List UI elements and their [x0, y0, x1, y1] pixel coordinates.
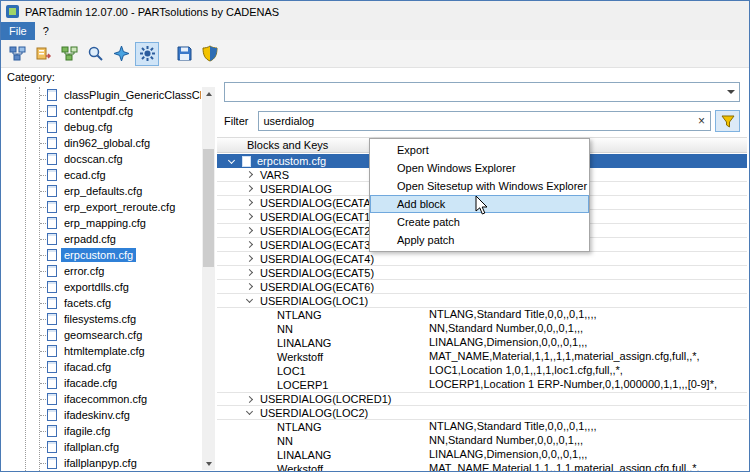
category-item[interactable]: filesystems.cfg: [1, 311, 201, 327]
category-item[interactable]: debug.cfg: [1, 119, 201, 135]
category-item[interactable]: erp_export_reroute.cfg: [1, 199, 201, 215]
category-item[interactable]: ecad.cfg: [1, 167, 201, 183]
expand-icon[interactable]: [246, 283, 253, 290]
key-row[interactable]: WerkstoffMAT_NAME,Material,1,1,,1,1,mate…: [217, 350, 747, 364]
key-row[interactable]: LINALANGLINALANG,Dimension,0,0,,0,1,,,: [217, 448, 747, 462]
row-value: NTLANG,Standard Title,0,0,,0,1,,,,: [429, 420, 597, 433]
blocks-header-label: Blocks and Keys: [247, 139, 328, 151]
category-item-label: geomsearch.cfg: [61, 328, 145, 342]
key-row[interactable]: LINALANGLINALANG,Dimension,0,0,,0,1,,,: [217, 336, 747, 350]
key-row[interactable]: LOCERP1LOCERP1,Location 1 ERP-Number,0,1…: [217, 378, 747, 392]
index-tree-icon[interactable]: [5, 42, 29, 66]
collapse-icon[interactable]: [246, 296, 253, 303]
scrollbar-thumb[interactable]: [203, 149, 214, 267]
key-row[interactable]: NTLANGNTLANG,Standard Title,0,0,,0,1,,,,: [217, 308, 747, 322]
expand-icon[interactable]: [246, 185, 253, 192]
filter-input[interactable]: [259, 112, 710, 130]
category-item[interactable]: ifallplan.cfg: [1, 439, 201, 455]
expand-icon[interactable]: [246, 395, 253, 402]
menu-item-file[interactable]: File: [1, 22, 35, 40]
block-row[interactable]: USERDIALOG(ECAT6): [217, 280, 747, 294]
expand-icon[interactable]: [246, 241, 253, 248]
category-item[interactable]: ifacecommon.cfg: [1, 391, 201, 407]
expand-icon[interactable]: [246, 213, 253, 220]
block-row[interactable]: USERDIALOG(ECAT5): [217, 266, 747, 280]
chevron-down-icon[interactable]: [722, 83, 739, 101]
category-item[interactable]: docscan.cfg: [1, 151, 201, 167]
scroll-down-icon[interactable]: [202, 457, 215, 470]
configuration-icon[interactable]: [135, 42, 159, 66]
category-item[interactable]: ifagile.cfg: [1, 423, 201, 439]
catalog-transfer-icon[interactable]: [31, 42, 55, 66]
menu-item-help[interactable]: ?: [35, 22, 57, 40]
config-file-icon: [47, 121, 57, 133]
row-label: NTLANG: [277, 309, 322, 321]
category-item-label: facets.cfg: [61, 296, 114, 310]
category-item[interactable]: facets.cfg: [1, 295, 201, 311]
block-row[interactable]: USERDIALOG(LOC2): [217, 406, 747, 420]
context-menu-item-open-sitesetup-with-windows-explorer[interactable]: Open Sitesetup with Windows Explorer: [370, 177, 589, 195]
category-item[interactable]: din962_global.cfg: [1, 135, 201, 151]
block-row[interactable]: USERDIALOG(ECAT4): [217, 252, 747, 266]
key-row[interactable]: NTLANGNTLANG,Standard Title,0,0,,0,1,,,,: [217, 420, 747, 434]
row-value: LINALANG,Dimension,0,0,,0,1,,,: [429, 336, 587, 349]
category-item[interactable]: erp_mapping.cfg: [1, 215, 201, 231]
filter-input-wrap: ×: [258, 111, 711, 131]
category-item-label: classPlugin_GenericClassChe: [61, 88, 201, 102]
config-file-icon: [47, 217, 57, 229]
category-item[interactable]: classPlugin_GenericClassChe: [1, 87, 201, 103]
context-menu-item-export[interactable]: Export: [370, 141, 589, 159]
scroll-up-icon[interactable]: [202, 87, 215, 100]
clear-filter-icon[interactable]: ×: [698, 114, 705, 128]
category-item[interactable]: exportdlls.cfg: [1, 279, 201, 295]
context-menu-item-add-block[interactable]: Add block: [370, 195, 589, 213]
wizard-icon[interactable]: [109, 42, 133, 66]
block-row[interactable]: USERDIALOG(LOC1): [217, 294, 747, 308]
filter-button[interactable]: [715, 110, 740, 132]
key-row[interactable]: NNNN,Standard Number,0,0,,0,1,,,: [217, 322, 747, 336]
category-item[interactable]: ifacade.cfg: [1, 375, 201, 391]
category-combobox[interactable]: [224, 82, 740, 102]
row-label: USERDIALOG(ECAT5): [260, 267, 374, 279]
titlebar: PARTadmin 12.07.00 - PARTsolutions by CA…: [1, 1, 749, 22]
context-menu-item-create-patch[interactable]: Create patch: [370, 213, 589, 231]
block-row[interactable]: USERDIALOG(LOCRED1): [217, 392, 747, 406]
category-item[interactable]: geomsearch.cfg: [1, 327, 201, 343]
row-label: USERDIALOG(LOCRED1): [260, 393, 391, 405]
category-item[interactable]: ifallplanpyp.cfg: [1, 455, 201, 471]
expand-icon[interactable]: [246, 227, 253, 234]
expand-icon[interactable]: [246, 269, 253, 276]
row-label: Werkstoff: [277, 351, 323, 363]
config-file-icon: [47, 185, 57, 197]
row-label: Werkstoff: [277, 463, 323, 471]
category-item[interactable]: error.cfg: [1, 263, 201, 279]
config-file-icon: [47, 265, 57, 277]
expand-icon[interactable]: [246, 171, 253, 178]
key-row[interactable]: LOC1LOC1,Location 1,0,1,,1,1,loc1.cfg,fu…: [217, 364, 747, 378]
row-value: NTLANG,Standard Title,0,0,,0,1,,,,: [429, 308, 597, 321]
expand-icon[interactable]: [246, 199, 253, 206]
category-item[interactable]: ifadeskinv.cfg: [1, 407, 201, 423]
admin-shield-icon[interactable]: [198, 42, 222, 66]
category-item[interactable]: ifacad.cfg: [1, 359, 201, 375]
category-item[interactable]: erp_defaults.cfg: [1, 183, 201, 199]
save-icon[interactable]: [172, 42, 196, 66]
key-row[interactable]: WerkstoffMAT_NAME,Material,1,1,,1,1,mate…: [217, 462, 747, 471]
category-item[interactable]: contentpdf.cfg: [1, 103, 201, 119]
category-scrollbar[interactable]: [202, 87, 215, 470]
collapse-icon[interactable]: [228, 156, 235, 163]
category-item[interactable]: erpcustom.cfg: [1, 247, 201, 263]
structure-icon[interactable]: [57, 42, 81, 66]
partadmin-window: PARTadmin 12.07.00 - PARTsolutions by CA…: [0, 0, 750, 472]
category-item[interactable]: erpadd.cfg: [1, 231, 201, 247]
collapse-icon[interactable]: [246, 408, 253, 415]
category-item[interactable]: htmltemplate.cfg: [1, 343, 201, 359]
key-row[interactable]: NNNN,Standard Number,0,0,,0,1,,,: [217, 434, 747, 448]
row-label: USERDIALOG(LOC2): [260, 407, 368, 419]
search-icon[interactable]: [83, 42, 107, 66]
context-menu-item-open-windows-explorer[interactable]: Open Windows Explorer: [370, 159, 589, 177]
row-label: USERDIALOG(ECAT1): [260, 211, 374, 223]
config-file-icon: [47, 393, 57, 405]
context-menu-item-apply-patch[interactable]: Apply patch: [370, 231, 589, 249]
expand-icon[interactable]: [246, 255, 253, 262]
